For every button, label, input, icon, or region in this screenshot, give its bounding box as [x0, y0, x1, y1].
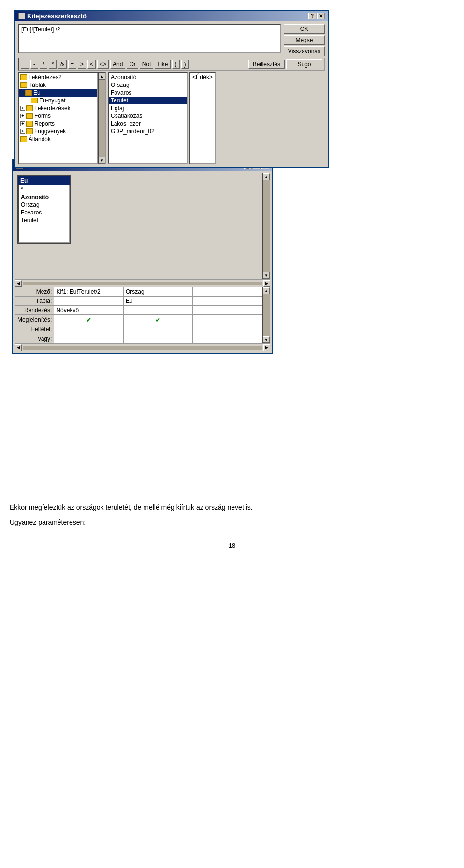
grid-cell-rendezes-1[interactable]: Növekvő: [54, 306, 124, 315]
grid-cell-tabla-2[interactable]: Eu: [123, 297, 193, 306]
value-item-ertek[interactable]: <Érték>: [190, 73, 215, 81]
scroll-down[interactable]: ▼: [99, 157, 105, 164]
grid-cell-feltetel-1[interactable]: [54, 325, 124, 334]
expr-dialog-close-btn[interactable]: ✕: [317, 13, 325, 19]
op-neq[interactable]: <>: [97, 60, 109, 69]
help-button[interactable]: Súgó: [286, 59, 322, 69]
scroll-up[interactable]: ▲: [99, 73, 105, 80]
undo-button[interactable]: Visszavonás: [284, 46, 325, 56]
table-box-list-eu[interactable]: * Azonosító Orszag Fovaros Terulet: [18, 185, 70, 243]
tree-item-eu-nyugat[interactable]: Eu-nyugat: [19, 97, 97, 104]
cancel-button[interactable]: Mégse: [284, 35, 325, 45]
grid-hscroll[interactable]: ◀ ▶: [15, 343, 270, 351]
tree-item-forms[interactable]: + Forms: [19, 112, 97, 120]
table-design-vscroll[interactable]: ▲ ▼: [262, 173, 270, 279]
plus-icon-lekerdezések: +: [20, 106, 25, 111]
grid-cell-mezo-1[interactable]: Kif1: Eu!Terulet/2: [54, 287, 124, 297]
folder-icon-állandók: [20, 136, 27, 142]
tree-label-állandók: Állandók: [29, 136, 51, 142]
grid-scroll-track[interactable]: [263, 294, 270, 336]
tree-label-forms: Forms: [34, 113, 51, 119]
tree-item-függvények[interactable]: + Függvények: [19, 128, 97, 135]
grid-cell-rendezes-3[interactable]: [193, 306, 262, 315]
op-like[interactable]: Like: [155, 60, 170, 69]
grid-cell-megjelentes-3[interactable]: [193, 315, 262, 325]
scroll-track[interactable]: [99, 80, 105, 157]
grid-cell-vagy-1[interactable]: [54, 334, 124, 343]
grid-cell-vagy-3[interactable]: [193, 334, 262, 343]
field-item-lakos[interactable]: Lakos_ezer: [109, 120, 187, 128]
grid-vscroll[interactable]: ▲ ▼: [262, 287, 270, 343]
op-and[interactable]: And: [110, 60, 125, 69]
tree-item-eu[interactable]: Eu: [19, 89, 97, 97]
field-item-gdp[interactable]: GDP_mrdeur_02: [109, 128, 187, 135]
op-mul[interactable]: *: [49, 60, 57, 69]
grid-cell-mezo-3[interactable]: [193, 287, 262, 297]
mid-pane[interactable]: Azonosító Orszag Fovaros Terulet Egtaj C…: [108, 72, 188, 164]
grid-cell-tabla-1[interactable]: [54, 297, 124, 306]
op-rparen[interactable]: ): [181, 60, 189, 69]
table-design-area[interactable]: Eu * Azonosító Orszag Fovaros Terulet: [15, 173, 262, 279]
grid-cell-megjelentes-2[interactable]: ✔: [123, 315, 193, 325]
hscroll-left[interactable]: ◀: [15, 280, 22, 287]
field-item-azonosito[interactable]: Azonosító: [109, 73, 187, 81]
tree-item-lekerdezések[interactable]: + Lekérdezések: [19, 104, 97, 112]
grid-cell-megjelentes-1[interactable]: ✔: [54, 315, 124, 325]
tree-item-állandók[interactable]: Állandók: [19, 135, 97, 143]
table-design-scroll-down[interactable]: ▼: [263, 272, 270, 279]
checkmark-2: ✔: [155, 316, 161, 324]
table-field-fovaros[interactable]: Fovaros: [19, 209, 69, 216]
grid-hscroll-track[interactable]: [23, 346, 262, 350]
op-amp[interactable]: &: [58, 60, 67, 69]
grid-cell-vagy-2[interactable]: [123, 334, 193, 343]
tree-label-lekerdezések: Lekérdezések: [34, 105, 71, 112]
op-lparen[interactable]: (: [172, 60, 180, 69]
table-box-header-eu: Eu: [18, 176, 70, 185]
op-or[interactable]: Or: [127, 60, 138, 69]
table-design-scroll-up[interactable]: ▲: [263, 173, 270, 180]
table-field-star[interactable]: *: [19, 185, 69, 193]
grid-cell-feltetel-2[interactable]: [123, 325, 193, 334]
table-field-terulet[interactable]: Terulet: [19, 216, 69, 224]
grid-scroll-down[interactable]: ▼: [263, 336, 270, 343]
page-number: 18: [10, 542, 454, 549]
ok-button[interactable]: OK: [284, 24, 325, 34]
table-design-hscroll[interactable]: ◀ ▶: [15, 279, 270, 287]
insert-button[interactable]: Beillesztés: [248, 60, 285, 69]
op-not[interactable]: Not: [140, 60, 154, 69]
field-item-egtaj[interactable]: Egtaj: [109, 104, 187, 112]
op-lt[interactable]: <: [87, 60, 96, 69]
grid-row-rendezes: Rendezés: Növekvő: [15, 306, 262, 315]
grid-hscroll-left[interactable]: ◀: [15, 344, 22, 351]
grid-scroll-up[interactable]: ▲: [263, 287, 270, 294]
tree-item-lekerdezés2[interactable]: Lekérdezés2: [19, 73, 97, 81]
op-plus[interactable]: +: [21, 60, 29, 69]
right-pane-container: <Érték>: [189, 72, 216, 164]
table-design-scroll-track[interactable]: [263, 180, 270, 272]
left-pane-scrollbar[interactable]: ▲ ▼: [98, 72, 106, 164]
hscroll-track[interactable]: [23, 282, 262, 285]
expr-dialog-help-btn[interactable]: ?: [308, 13, 316, 19]
tree-item-reports[interactable]: + Reports: [19, 120, 97, 128]
op-div[interactable]: /: [40, 60, 47, 69]
table-field-orszag[interactable]: Orszag: [19, 201, 69, 209]
table-field-azonosito[interactable]: Azonosító: [19, 193, 69, 201]
field-item-csatlakozas[interactable]: Csatlakozas: [109, 112, 187, 120]
hscroll-right[interactable]: ▶: [263, 280, 270, 287]
op-gt[interactable]: >: [78, 60, 86, 69]
field-item-orszag[interactable]: Orszag: [109, 81, 187, 89]
field-item-terulet[interactable]: Terulet: [109, 97, 187, 104]
op-minus[interactable]: -: [30, 60, 38, 69]
grid-cell-mezo-2[interactable]: Orszag: [123, 287, 193, 297]
right-pane[interactable]: <Érték>: [189, 72, 216, 164]
left-pane[interactable]: Lekérdezés2 Táblák Eu: [18, 72, 98, 164]
op-eq[interactable]: =: [68, 60, 76, 69]
grid-cell-tabla-3[interactable]: [193, 297, 262, 306]
operator-bar: + - / * & = > < <> And Or Not Like (: [18, 58, 325, 71]
grid-cell-feltetel-3[interactable]: [193, 325, 262, 334]
grid-cell-rendezes-2[interactable]: [123, 306, 193, 315]
grid-hscroll-right[interactable]: ▶: [263, 344, 270, 351]
tree-item-táblák[interactable]: Táblák: [19, 81, 97, 89]
field-item-fovaros[interactable]: Fovaros: [109, 89, 187, 97]
expr-textbox[interactable]: [Eu]![Terulet] /2: [18, 24, 281, 53]
